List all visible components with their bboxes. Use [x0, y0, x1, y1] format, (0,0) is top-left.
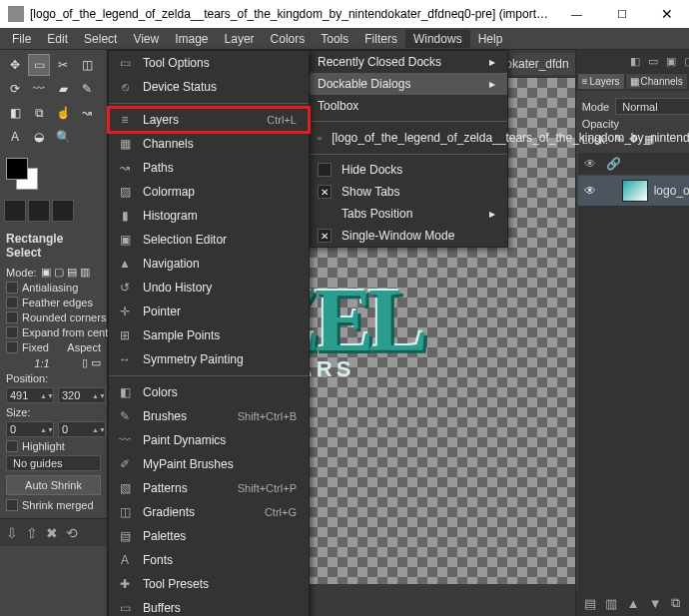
dockable-item-selection-editor[interactable]: ▣Selection Editor — [109, 228, 309, 252]
fixed-check[interactable] — [6, 341, 18, 353]
tool-zoom[interactable]: 🔍 — [52, 126, 74, 148]
dockable-item-mypaint-brushes[interactable]: ✐MyPaint Brushes — [109, 452, 309, 476]
detach-icon[interactable]: ▣ — [666, 55, 676, 68]
dockable-item-tool-options[interactable]: ▭Tool Options — [109, 51, 309, 75]
menu-dockable-dialogs[interactable]: Dockable Dialogs▸ — [310, 73, 507, 95]
lower-layer-icon[interactable]: ▼ — [649, 596, 662, 611]
dockable-item-layers[interactable]: ≡LayersCtrl+L — [109, 108, 309, 132]
menu-file[interactable]: File — [4, 30, 39, 48]
active-pattern[interactable] — [28, 200, 50, 222]
menu-edit[interactable]: Edit — [39, 30, 76, 48]
dockable-item-brushes[interactable]: ✎BrushesShift+Ctrl+B — [109, 404, 309, 428]
menu-show-tabs[interactable]: ✕Show Tabs — [310, 181, 507, 203]
tool-text[interactable]: A — [4, 126, 26, 148]
menu-tools[interactable]: Tools — [313, 30, 356, 48]
maximize-button[interactable]: ☐ — [599, 0, 644, 28]
dockable-item-patterns[interactable]: ▧PatternsShift+Ctrl+P — [109, 476, 309, 500]
dockable-item-gradients[interactable]: ◫GradientsCtrl+G — [109, 500, 309, 524]
menu-toolbox[interactable]: Toolbox — [310, 95, 507, 117]
tab-channels[interactable]: ▦Channels — [626, 74, 687, 89]
menu-windows[interactable]: Windows — [405, 30, 470, 48]
new-layer-icon[interactable]: ▤ — [584, 596, 596, 611]
tool-bucket[interactable]: ▰ — [52, 78, 74, 100]
lock-tab-icon[interactable]: ▢ — [684, 55, 689, 68]
position-x-input[interactable]: 491▲▼ — [6, 387, 54, 403]
dockable-item-channels[interactable]: ▦Channels — [109, 132, 309, 156]
new-group-icon[interactable]: ▥ — [605, 596, 617, 611]
dockable-item-device-status[interactable]: ⎋Device Status — [109, 75, 309, 99]
menu-filters[interactable]: Filters — [356, 30, 405, 48]
restore-preset-icon[interactable]: ⇧ — [26, 525, 38, 541]
menu-tabs-position[interactable]: Tabs Position▸ — [310, 203, 507, 225]
expand-check[interactable] — [6, 326, 18, 338]
tool-eraser[interactable]: ◧ — [4, 102, 26, 124]
menu-colors[interactable]: Colors — [263, 30, 314, 48]
raise-layer-icon[interactable]: ▲ — [627, 596, 640, 611]
size-h-input[interactable]: 0▲▼ — [58, 421, 106, 437]
size-w-input[interactable]: 0▲▼ — [6, 421, 54, 437]
layer-row[interactable]: 👁 logo_of_the_leg — [578, 176, 689, 206]
menu-recently-closed[interactable]: Recently Closed Docks▸ — [310, 51, 507, 73]
tool-free-select[interactable]: ✂ — [52, 54, 74, 76]
reset-preset-icon[interactable]: ⟲ — [66, 525, 78, 541]
color-swatch[interactable] — [6, 158, 42, 194]
dockable-item-sample-points[interactable]: ⊞Sample Points — [109, 323, 309, 347]
link-icon[interactable]: 🔗 — [606, 157, 621, 171]
close-button[interactable]: ✕ — [644, 0, 689, 28]
tool-clone[interactable]: ⧉ — [28, 102, 50, 124]
tool-crop[interactable]: ◫ — [76, 54, 98, 76]
menu-view[interactable]: View — [125, 30, 167, 48]
orientation-icon[interactable]: ▯ ▭ — [82, 356, 101, 369]
menu-help[interactable]: Help — [470, 30, 511, 48]
active-brush[interactable] — [4, 200, 26, 222]
guides-select[interactable]: No guides — [6, 455, 101, 471]
duplicate-layer-icon[interactable]: ⧉ — [671, 595, 680, 611]
menu-hide-docks[interactable]: Hide Docks — [310, 159, 507, 181]
menu-layer[interactable]: Layer — [217, 30, 263, 48]
dockable-item-paint-dynamics[interactable]: 〰Paint Dynamics — [109, 428, 309, 452]
layer-visibility-icon[interactable]: 👁 — [584, 184, 596, 198]
dockable-item-undo-history[interactable]: ↺Undo History — [109, 276, 309, 300]
menu-open-document[interactable]: ▫ [logo_of_the_legend_of_zelda__tears_of… — [310, 126, 507, 150]
dockable-item-symmetry-painting[interactable]: ↔Symmetry Painting — [109, 347, 309, 371]
minimize-button[interactable]: — — [554, 0, 599, 28]
shrink-merged-check[interactable] — [6, 499, 18, 511]
menu-single-window[interactable]: ✕Single-Window Mode — [310, 225, 507, 247]
tool-rect-select[interactable]: ▭ — [28, 54, 50, 76]
layer-name[interactable]: logo_of_the_leg — [654, 184, 689, 198]
tool-warp[interactable]: 〰 — [28, 78, 50, 100]
new-view-icon[interactable]: ▭ — [648, 55, 658, 68]
fg-color[interactable] — [6, 158, 28, 180]
feather-check[interactable] — [6, 297, 18, 308]
delete-preset-icon[interactable]: ✖ — [46, 525, 58, 541]
active-gradient[interactable] — [52, 200, 74, 222]
dockable-item-colors[interactable]: ◧Colors — [109, 380, 309, 404]
eye-icon[interactable]: 👁 — [584, 157, 596, 171]
dockable-item-buffers[interactable]: ▭Buffers — [109, 596, 309, 616]
dockable-item-tool-presets[interactable]: ✚Tool Presets — [109, 572, 309, 596]
config-icon[interactable]: ◧ — [630, 55, 640, 68]
tool-brush[interactable]: ✎ — [76, 78, 98, 100]
tool-path[interactable]: ↝ — [76, 102, 98, 124]
aspect-label[interactable]: Aspect — [67, 341, 101, 353]
position-y-input[interactable]: 320▲▼ — [58, 387, 106, 403]
dockable-item-paths[interactable]: ↝Paths — [109, 156, 309, 180]
antialias-check[interactable] — [6, 282, 18, 294]
auto-shrink-button[interactable]: Auto Shrink — [6, 475, 101, 495]
aspect-ratio-field[interactable]: 1:1 — [6, 357, 78, 369]
dockable-item-colormap[interactable]: ▨Colormap — [109, 180, 309, 204]
blend-mode-select[interactable]: Normal▾ — [615, 98, 689, 115]
tool-picker[interactable]: ◒ — [28, 126, 50, 148]
save-preset-icon[interactable]: ⇩ — [6, 525, 18, 541]
mode-icon[interactable]: ▣ ▢ ▤ ▥ — [41, 266, 90, 279]
menu-select[interactable]: Select — [76, 30, 125, 48]
highlight-check[interactable] — [6, 440, 18, 452]
rounded-check[interactable] — [6, 311, 18, 323]
tool-move[interactable]: ✥ — [4, 54, 26, 76]
tool-rotate[interactable]: ⟳ — [4, 78, 26, 100]
tool-smudge[interactable]: ☝ — [52, 102, 74, 124]
dockable-item-histogram[interactable]: ▮Histogram — [109, 204, 309, 228]
dockable-item-fonts[interactable]: AFonts — [109, 548, 309, 572]
tab-layers[interactable]: ≡Layers — [578, 74, 624, 89]
dockable-item-palettes[interactable]: ▤Palettes — [109, 524, 309, 548]
